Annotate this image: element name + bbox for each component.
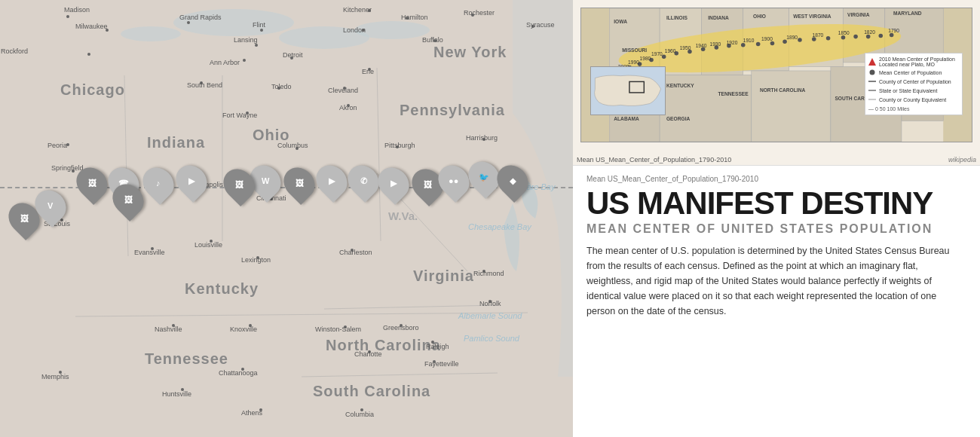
- pin-unknown[interactable]: ◆: [496, 162, 529, 200]
- city-label-madison: Madison: [64, 6, 90, 14]
- svg-text:1870: 1870: [813, 32, 824, 38]
- map-panel: Chicago Indiana Ohio Pennsylvania New Yo…: [0, 0, 573, 437]
- city-label-louisville: Louisville: [194, 241, 222, 249]
- state-label-pennsylvania: Pennsylvania: [400, 102, 505, 119]
- main-title: US MANIFEST DESTINY: [586, 188, 966, 219]
- state-label-chicago: Chicago: [60, 81, 125, 99]
- svg-point-33: [798, 38, 802, 42]
- city-label-athens: Athens: [241, 409, 262, 417]
- map-source-line: Mean US_Mean_Center_of_Population_1790-2…: [586, 175, 966, 183]
- city-label-cleveland: Cleveland: [328, 87, 358, 94]
- city-label-memphis: Memphis: [41, 373, 69, 380]
- city-label-hamilton: Hamilton: [401, 14, 428, 21]
- svg-text:1990: 1990: [628, 60, 639, 65]
- svg-text:MISSOURI: MISSOURI: [622, 47, 647, 53]
- svg-text:ILLINOIS: ILLINOIS: [666, 15, 688, 20]
- svg-text:1930: 1930: [710, 41, 721, 47]
- pin-youtube[interactable]: ▶: [175, 162, 208, 200]
- state-label-newyork: New York: [433, 44, 507, 61]
- city-label-harrisburg: Harrisburg: [466, 134, 498, 142]
- state-label-wva: W.Va.: [388, 209, 418, 222]
- pin-viber[interactable]: ✆: [347, 162, 380, 200]
- pin-image4[interactable]: 🖼: [222, 166, 256, 203]
- city-label-chattanooga: Chattanooga: [219, 369, 258, 377]
- right-panel: 1790 1820 1850 1870 1890 1900 1910 1920 …: [573, 0, 980, 437]
- svg-text:1920: 1920: [727, 40, 738, 45]
- svg-text:OHIO: OHIO: [753, 14, 766, 19]
- city-label-nashville: Nashville: [155, 325, 182, 333]
- svg-text:GEORGIA: GEORGIA: [666, 116, 691, 121]
- city-dot-ann-arbor: [243, 59, 246, 62]
- water-label-albemarle: Albemarle Sound: [458, 311, 522, 320]
- svg-text:WEST VIRGINIA: WEST VIRGINIA: [793, 14, 831, 19]
- svg-text:VIRGINIA: VIRGINIA: [847, 12, 870, 17]
- pin-flickr[interactable]: ●●: [437, 162, 470, 200]
- city-label-columbus: Columbus: [277, 142, 308, 149]
- wiki-caption-text: Mean US_Mean_Center_of_Population_1790-2…: [577, 156, 731, 163]
- city-label-lexington: Lexington: [241, 256, 271, 264]
- city-label-huntsville: Huntsville: [162, 390, 191, 398]
- pin-image2[interactable]: 🖼: [75, 164, 109, 202]
- svg-point-34: [782, 39, 787, 44]
- pin-image5[interactable]: 🖼: [283, 164, 316, 202]
- svg-text:INDIANA: INDIANA: [708, 15, 729, 20]
- svg-text:1910: 1910: [743, 38, 755, 43]
- city-dot-madison: [66, 15, 69, 18]
- city-label-detroit: Detroit: [283, 51, 303, 59]
- city-dot-lansing: [255, 44, 258, 47]
- city-label-ann-arbor: Ann Arbor: [210, 59, 240, 66]
- city-label-knoxville: Knoxville: [230, 325, 257, 333]
- city-label-kitchener: Kitchener: [343, 6, 372, 14]
- city-label-toledo: Toledo: [271, 83, 292, 90]
- pin-soundcloud[interactable]: ♪: [142, 164, 175, 202]
- wiki-map: 1790 1820 1850 1870 1890 1900 1910 1920 …: [573, 0, 980, 166]
- svg-point-29: [853, 35, 858, 39]
- svg-point-27: [879, 34, 884, 38]
- city-label-norfolk: Norfolk: [479, 300, 501, 307]
- city-label-london: London: [343, 26, 366, 34]
- svg-point-30: [841, 35, 846, 40]
- svg-text:1820: 1820: [864, 29, 875, 35]
- svg-text:1850: 1850: [838, 30, 850, 35]
- city-label-flint: Flint: [253, 21, 265, 29]
- inset-us-map: [590, 66, 666, 115]
- wiki-states-area: 1790 1820 1850 1870 1890 1900 1910 1920 …: [580, 8, 972, 142]
- state-label-virginia: Virginia: [413, 267, 474, 285]
- water-label-chesapeake: Chesapeake Bay: [468, 222, 531, 231]
- svg-text:KENTUCKY: KENTUCKY: [666, 83, 694, 88]
- svg-point-36: [756, 42, 761, 47]
- city-label-evansville: Evansville: [134, 249, 165, 256]
- pin-image3[interactable]: 🖼: [112, 181, 145, 218]
- city-label-raleigh: Raleigh: [426, 343, 449, 350]
- svg-text:NORTH CAROLINA: NORTH CAROLINA: [760, 87, 806, 93]
- svg-marker-83: [868, 58, 876, 66]
- content-area: Mean US_Mean_Center_of_Population_1790-2…: [573, 166, 980, 437]
- city-label-rockford: Rockford: [1, 47, 28, 55]
- city-label-fayetteville: Fayetteville: [424, 360, 459, 368]
- svg-text:1950: 1950: [680, 45, 691, 50]
- svg-text:1790: 1790: [888, 28, 899, 33]
- water-label-pamlico: Pamlico Sound: [464, 334, 519, 343]
- svg-text:1890: 1890: [786, 35, 798, 40]
- pin-youtube2[interactable]: ▶: [315, 162, 348, 200]
- pin-youtube3[interactable]: ▶: [377, 164, 410, 202]
- subtitle: MEAN CENTER OF UNITED STATES POPULATION: [586, 222, 966, 236]
- svg-point-26: [890, 33, 894, 38]
- svg-rect-22: [752, 71, 831, 142]
- city-label-greensboro: Greensboro: [383, 324, 419, 332]
- city-label-columbia: Columbia: [345, 411, 374, 418]
- svg-text:1940: 1940: [696, 43, 707, 48]
- svg-point-37: [741, 43, 746, 47]
- svg-text:1980: 1980: [640, 56, 651, 61]
- pin-vimeo[interactable]: V: [34, 187, 67, 225]
- wiki-source-label: wikipedia: [948, 156, 976, 163]
- city-label-buffalo: Buffalo: [422, 36, 443, 44]
- state-label-northcarolina: North Carolina: [326, 337, 441, 354]
- svg-text:1960: 1960: [665, 48, 676, 53]
- city-label-winston-salem: Winston-Salem: [315, 325, 361, 333]
- city-dot-flint: [260, 29, 263, 32]
- state-label-kentucky: Kentucky: [185, 280, 259, 298]
- svg-text:TENNESSEE: TENNESSEE: [718, 91, 749, 96]
- city-label-grand-rapids: Grand Rapids: [179, 14, 222, 21]
- svg-text:1900: 1900: [761, 36, 773, 41]
